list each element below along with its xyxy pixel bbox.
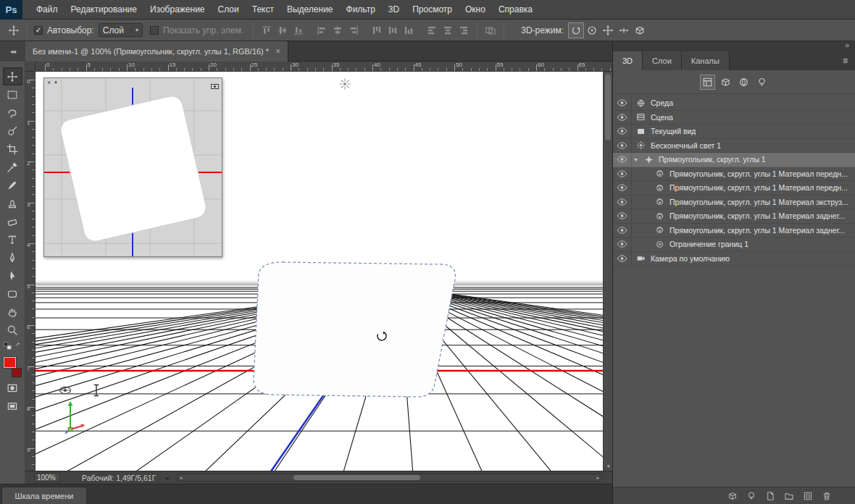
3d-tree-item[interactable]: Текущий вид bbox=[613, 125, 855, 139]
3d-tree-item[interactable]: Прямоугольник, скругл. углы 1 Материал п… bbox=[613, 181, 855, 196]
pen-tool[interactable] bbox=[3, 248, 22, 266]
new-texture-icon[interactable] bbox=[765, 491, 775, 501]
align-hcenter-icon[interactable] bbox=[330, 22, 346, 38]
new-group-icon[interactable] bbox=[784, 491, 794, 501]
secondary-view-menu-icon[interactable]: ▾ bbox=[54, 80, 57, 85]
3d-tree-item[interactable]: Бесконечный свет 1 bbox=[613, 139, 855, 154]
visibility-eye-icon[interactable] bbox=[613, 139, 632, 153]
menu-item[interactable]: Слои bbox=[212, 0, 246, 20]
hand-tool[interactable] bbox=[3, 303, 22, 321]
filter-lights-icon[interactable] bbox=[754, 75, 770, 90]
secondary-view[interactable]: × ▾ bbox=[43, 77, 222, 257]
3d-tree-item[interactable]: Прямоугольник, скругл. углы 1 Материал п… bbox=[613, 167, 855, 182]
3d-tree-item[interactable]: Среда bbox=[613, 96, 855, 111]
pan-mode-icon[interactable] bbox=[600, 22, 616, 38]
path-selection-tool[interactable] bbox=[3, 266, 22, 285]
toolbar-collapse-icon[interactable]: ◂◂ bbox=[0, 41, 25, 62]
panel-tab-Слои[interactable]: Слои bbox=[643, 51, 682, 70]
dist-vcenter-icon[interactable] bbox=[385, 22, 401, 38]
eraser-tool[interactable] bbox=[3, 212, 22, 230]
secondary-view-swap-icon[interactable] bbox=[211, 80, 219, 93]
3d-tree-item[interactable]: ▼Прямоугольник, скругл. углы 1 bbox=[613, 153, 855, 167]
collapse-arrow-icon[interactable]: ▼ bbox=[632, 157, 640, 162]
move-tool[interactable] bbox=[3, 67, 22, 85]
document-viewport[interactable]: × ▾ bbox=[36, 72, 603, 471]
vertical-scrollbar-thumb[interactable] bbox=[605, 74, 611, 140]
menu-item[interactable]: Файл bbox=[30, 0, 64, 20]
crop-tool[interactable] bbox=[3, 140, 22, 158]
3d-tree-item[interactable]: Ограничение границ 1 bbox=[613, 238, 855, 252]
close-icon[interactable]: × bbox=[275, 46, 280, 56]
visibility-eye-icon[interactable] bbox=[613, 125, 632, 138]
background-color-swatch[interactable] bbox=[12, 368, 22, 377]
align-right-icon[interactable] bbox=[346, 22, 362, 38]
zoom-tool[interactable] bbox=[3, 321, 22, 339]
quick-selection-tool[interactable] bbox=[3, 122, 22, 140]
secondary-view-close-icon[interactable]: × bbox=[47, 79, 51, 86]
visibility-eye-icon[interactable] bbox=[613, 252, 632, 266]
3d-tree-item[interactable]: Сцена bbox=[613, 111, 855, 125]
3d-tree-item[interactable]: Прямоугольник, скругл. углы 1 Материал з… bbox=[613, 224, 855, 238]
menu-item[interactable]: Просмотр bbox=[406, 0, 459, 20]
clone-stamp-tool[interactable] bbox=[3, 194, 22, 212]
zoom-level[interactable]: 100% bbox=[34, 473, 60, 482]
document-tab[interactable]: Без имени-1 @ 100% (Прямоугольник, скруг… bbox=[25, 41, 288, 62]
brush-tool[interactable] bbox=[3, 176, 22, 194]
autoselect-checkbox[interactable]: ✓ bbox=[34, 26, 43, 35]
render-icon[interactable] bbox=[803, 491, 813, 501]
ruler-origin[interactable] bbox=[25, 62, 36, 72]
dist-bottom-icon[interactable] bbox=[401, 22, 417, 38]
filter-materials-icon[interactable] bbox=[736, 75, 751, 90]
status-menu-arrow-icon[interactable]: ▸ bbox=[166, 474, 170, 482]
rect-marquee-tool[interactable] bbox=[3, 85, 22, 104]
menu-item[interactable]: Окно bbox=[459, 0, 492, 20]
menu-item[interactable]: Фильтр bbox=[340, 0, 382, 20]
3d-tree-item[interactable]: Прямоугольник, скругл. углы 1 Материал э… bbox=[613, 196, 855, 210]
visibility-eye-icon[interactable] bbox=[613, 96, 632, 110]
panel-tab-Каналы[interactable]: Каналы bbox=[682, 51, 730, 70]
menu-item[interactable]: Изображение bbox=[143, 0, 212, 20]
panel-collapse-icon[interactable]: » bbox=[845, 41, 849, 49]
auto-align-icon[interactable] bbox=[483, 22, 499, 38]
filter-scene-icon[interactable] bbox=[700, 75, 715, 90]
scroll-right-icon[interactable]: ▸ bbox=[596, 475, 599, 481]
orbit-mode-icon[interactable] bbox=[568, 22, 584, 38]
foreground-color-swatch[interactable] bbox=[4, 357, 16, 368]
visibility-eye-icon[interactable] bbox=[613, 181, 632, 195]
new-light-icon[interactable] bbox=[746, 491, 756, 501]
delete-icon[interactable] bbox=[822, 491, 832, 501]
menu-item[interactable]: Редактирование bbox=[64, 0, 143, 20]
3d-tree-item[interactable]: Камера по умолчанию bbox=[613, 252, 855, 266]
visibility-eye-icon[interactable] bbox=[613, 196, 632, 209]
panel-tab-3D[interactable]: 3D bbox=[613, 51, 643, 70]
dist-left-icon[interactable] bbox=[424, 22, 440, 38]
quick-mask-icon[interactable] bbox=[3, 379, 22, 397]
dist-hcenter-icon[interactable] bbox=[440, 22, 456, 38]
visibility-eye-icon[interactable] bbox=[613, 209, 632, 223]
screen-mode-icon[interactable] bbox=[3, 397, 22, 415]
default-colors-icon[interactable] bbox=[3, 340, 12, 353]
dist-right-icon[interactable] bbox=[456, 22, 472, 38]
menu-item[interactable]: 3D bbox=[382, 0, 406, 20]
visibility-eye-icon[interactable] bbox=[613, 238, 632, 251]
swap-colors-icon[interactable] bbox=[14, 340, 22, 353]
new-mesh-icon[interactable] bbox=[727, 491, 738, 501]
filter-meshes-icon[interactable] bbox=[718, 75, 733, 90]
menu-item[interactable]: Справка bbox=[492, 0, 539, 20]
align-vcenter-icon[interactable] bbox=[275, 22, 291, 38]
align-top-icon[interactable] bbox=[259, 22, 275, 38]
menu-item[interactable]: Текст bbox=[246, 0, 280, 20]
rounded-rectangle-tool[interactable] bbox=[3, 285, 22, 303]
visibility-eye-icon[interactable] bbox=[613, 111, 632, 125]
align-bottom-icon[interactable] bbox=[291, 22, 306, 38]
roll-mode-icon[interactable] bbox=[584, 22, 600, 38]
horizontal-scrollbar[interactable]: ◂ ▸ bbox=[177, 474, 602, 482]
eyedropper-tool[interactable] bbox=[3, 158, 22, 176]
autoselect-target-dropdown[interactable]: Слой ▾ bbox=[99, 23, 143, 37]
visibility-eye-icon[interactable] bbox=[613, 224, 632, 238]
slide-mode-icon[interactable] bbox=[616, 22, 632, 38]
visibility-eye-icon[interactable] bbox=[613, 167, 632, 181]
menu-item[interactable]: Выделение bbox=[280, 0, 340, 20]
lasso-tool[interactable] bbox=[3, 104, 22, 122]
dist-top-icon[interactable] bbox=[369, 22, 385, 38]
